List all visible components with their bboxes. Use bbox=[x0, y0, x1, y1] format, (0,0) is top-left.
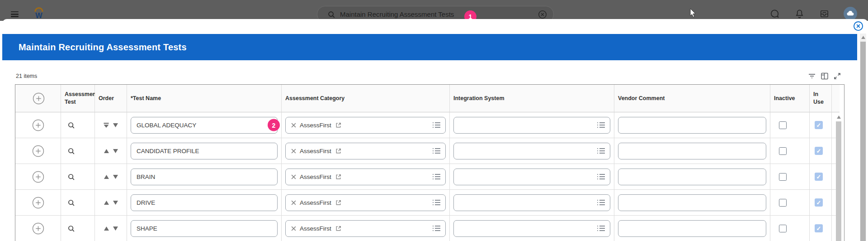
move-up-icon[interactable] bbox=[104, 149, 109, 153]
prompt-list-icon[interactable] bbox=[432, 199, 441, 206]
modal-scrollbar-thumb[interactable] bbox=[860, 42, 866, 241]
move-down-icon[interactable] bbox=[113, 123, 118, 127]
avatar[interactable] bbox=[844, 7, 857, 20]
move-up-icon[interactable] bbox=[104, 175, 109, 179]
remove-chip-icon[interactable] bbox=[291, 123, 296, 128]
assessment-category-value: AssessFirst bbox=[300, 199, 331, 206]
assessment-category-chip: AssessFirst bbox=[291, 122, 342, 129]
table-row: AssessFirst bbox=[15, 190, 844, 216]
inbox-icon[interactable] bbox=[819, 9, 830, 19]
col-header-order: Order bbox=[95, 85, 127, 112]
vendor-comment-input[interactable] bbox=[618, 122, 766, 129]
vendor-comment-field bbox=[618, 143, 766, 159]
move-up-icon[interactable] bbox=[104, 201, 109, 205]
move-down-icon[interactable] bbox=[113, 149, 118, 153]
test-name-input[interactable] bbox=[131, 174, 277, 180]
prompt-list-icon[interactable] bbox=[597, 121, 605, 129]
inactive-checkbox[interactable] bbox=[779, 173, 787, 181]
table-row: AssessFirst bbox=[15, 216, 844, 241]
col-header-assessment-test: Assessment Test bbox=[61, 85, 95, 112]
in-use-checkbox[interactable] bbox=[815, 173, 823, 181]
table-scrollbar-thumb[interactable] bbox=[836, 121, 841, 241]
assessment-category-field[interactable]: AssessFirst bbox=[285, 194, 446, 211]
assessment-test-search-icon[interactable] bbox=[67, 199, 75, 207]
vendor-comment-input[interactable] bbox=[618, 199, 766, 206]
close-icon[interactable] bbox=[853, 21, 863, 31]
chat-icon[interactable] bbox=[769, 9, 780, 19]
inactive-checkbox[interactable] bbox=[779, 199, 787, 207]
add-row-icon[interactable] bbox=[32, 145, 44, 157]
test-name-field: 2 bbox=[131, 117, 278, 134]
grid-toolbar bbox=[807, 72, 842, 81]
move-down-icon[interactable] bbox=[113, 175, 118, 179]
add-row-icon[interactable] bbox=[32, 197, 44, 209]
prompt-list-icon[interactable] bbox=[597, 147, 605, 154]
test-name-input[interactable] bbox=[131, 199, 277, 206]
add-row-icon[interactable] bbox=[32, 222, 44, 235]
external-link-icon[interactable] bbox=[335, 174, 342, 180]
prompt-list-icon[interactable] bbox=[597, 199, 605, 206]
external-link-icon[interactable] bbox=[335, 225, 342, 232]
move-up-icon[interactable] bbox=[104, 227, 109, 231]
assessment-category-value: AssessFirst bbox=[300, 122, 331, 129]
notifications-bell-icon[interactable] bbox=[794, 9, 805, 19]
vendor-comment-input[interactable] bbox=[618, 174, 766, 180]
remove-chip-icon[interactable] bbox=[291, 149, 296, 154]
table-scrollbar[interactable] bbox=[835, 113, 842, 241]
clear-search-icon[interactable] bbox=[538, 10, 547, 19]
test-name-input[interactable] bbox=[131, 225, 277, 232]
inactive-checkbox[interactable] bbox=[779, 121, 787, 129]
remove-chip-icon[interactable] bbox=[291, 174, 296, 179]
test-name-input[interactable] bbox=[131, 122, 277, 129]
assessment-category-field[interactable]: AssessFirst bbox=[285, 143, 446, 159]
prompt-list-icon[interactable] bbox=[432, 147, 441, 154]
integration-system-input[interactable] bbox=[454, 122, 610, 129]
in-use-checkbox[interactable] bbox=[815, 121, 823, 129]
add-row-icon[interactable] bbox=[32, 119, 44, 131]
move-down-icon[interactable] bbox=[113, 227, 118, 231]
modal-scroll-up-icon[interactable] bbox=[860, 34, 866, 41]
add-row-header-icon[interactable] bbox=[33, 92, 45, 105]
integration-system-field bbox=[453, 143, 610, 159]
external-link-icon[interactable] bbox=[335, 122, 342, 129]
assessment-category-field[interactable]: AssessFirst bbox=[285, 169, 446, 185]
vendor-comment-input[interactable] bbox=[618, 225, 766, 232]
integration-system-input[interactable] bbox=[454, 225, 610, 232]
assessment-category-field[interactable]: AssessFirst bbox=[285, 117, 446, 134]
assessment-test-search-icon[interactable] bbox=[67, 121, 75, 129]
assessment-category-field[interactable]: AssessFirst bbox=[285, 220, 446, 237]
remove-chip-icon[interactable] bbox=[291, 200, 296, 205]
external-link-icon[interactable] bbox=[335, 199, 342, 206]
inactive-checkbox[interactable] bbox=[779, 225, 787, 232]
integration-system-input[interactable] bbox=[454, 174, 610, 180]
prompt-list-icon[interactable] bbox=[597, 173, 605, 180]
vendor-comment-input[interactable] bbox=[618, 148, 766, 154]
remove-chip-icon[interactable] bbox=[291, 226, 296, 231]
integration-system-field bbox=[453, 194, 610, 211]
external-link-icon[interactable] bbox=[335, 148, 342, 154]
hamburger-menu-icon[interactable] bbox=[11, 11, 19, 17]
prompt-list-icon[interactable] bbox=[432, 225, 441, 232]
workday-logo[interactable]: W bbox=[33, 6, 45, 20]
integration-system-input[interactable] bbox=[454, 199, 610, 206]
table-scroll-up-icon[interactable] bbox=[835, 113, 842, 120]
in-use-checkbox[interactable] bbox=[815, 224, 823, 232]
assessment-test-search-icon[interactable] bbox=[67, 147, 75, 155]
test-name-input[interactable] bbox=[131, 148, 277, 154]
assessment-test-search-icon[interactable] bbox=[67, 225, 75, 232]
prompt-list-icon[interactable] bbox=[432, 173, 441, 180]
prompt-list-icon[interactable] bbox=[432, 121, 441, 129]
modal-scrollbar[interactable] bbox=[860, 34, 866, 241]
expand-icon[interactable] bbox=[833, 72, 842, 81]
column-view-icon[interactable] bbox=[820, 72, 829, 81]
inactive-checkbox[interactable] bbox=[779, 147, 787, 155]
integration-system-input[interactable] bbox=[454, 148, 610, 154]
in-use-checkbox[interactable] bbox=[815, 198, 823, 207]
move-to-bottom-icon[interactable] bbox=[104, 123, 109, 128]
filter-icon[interactable] bbox=[807, 72, 816, 81]
prompt-list-icon[interactable] bbox=[597, 225, 605, 232]
add-row-icon[interactable] bbox=[32, 171, 44, 183]
in-use-checkbox[interactable] bbox=[815, 147, 823, 155]
move-down-icon[interactable] bbox=[113, 201, 118, 205]
assessment-test-search-icon[interactable] bbox=[67, 173, 75, 181]
